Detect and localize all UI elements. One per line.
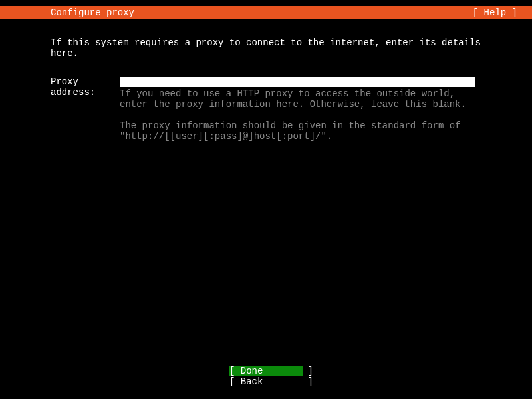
- proxy-help-1: If you need to use a HTTP proxy to acces…: [120, 88, 475, 110]
- instruction-text: If this system requires a proxy to conne…: [51, 37, 481, 59]
- proxy-label: Proxy address:: [51, 76, 120, 98]
- done-button[interactable]: [ Done ]: [229, 366, 303, 376]
- footer-buttons: [ Done ] [ Back ]: [0, 366, 532, 387]
- content-area: If this system requires a proxy to conne…: [0, 19, 532, 142]
- proxy-field-wrap: If you need to use a HTTP proxy to acces…: [120, 76, 481, 142]
- proxy-input[interactable]: [120, 77, 475, 87]
- page-title: Configure proxy: [0, 7, 134, 18]
- help-button[interactable]: [ Help ]: [473, 7, 532, 18]
- back-button[interactable]: [ Back ]: [229, 376, 303, 387]
- proxy-form-row: Proxy address: If you need to use a HTTP…: [51, 76, 481, 142]
- header-bar: Configure proxy [ Help ]: [0, 6, 532, 19]
- proxy-help-2: The proxy information should be given in…: [120, 120, 475, 142]
